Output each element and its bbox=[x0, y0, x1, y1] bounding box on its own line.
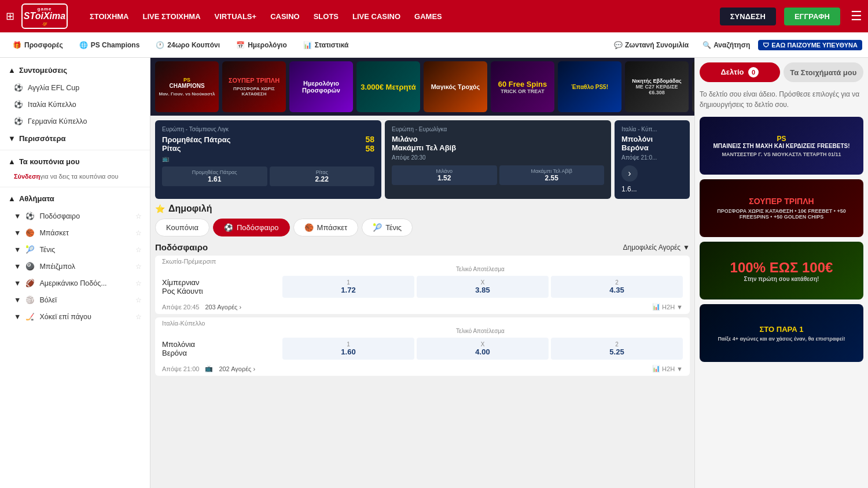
live-team2-2: Μακάμπι Τελ Αβίβ bbox=[392, 143, 456, 152]
promo-card-para1[interactable]: ΣΤΟ ΠΑΡΑ 1 Παίξε 4+ αγώνες και αν χάσεις… bbox=[700, 304, 863, 362]
nav-slots[interactable]: SLOTS bbox=[308, 9, 344, 24]
odd-val-1-2: 2.22 bbox=[315, 175, 329, 183]
promo-card-100[interactable]: 100% ΕΩΣ 100€ Στην πρώτη σου κατάθεση! bbox=[700, 242, 863, 300]
sidebar-item-american-football[interactable]: ▼ 🏈 Αμερικάνικο Ποδός... ☆ bbox=[0, 275, 150, 291]
sidebar-item-basketball[interactable]: ▼ 🏀 Μπάσκετ ☆ bbox=[0, 224, 150, 241]
live-match-2[interactable]: Ευρώπη - Ευρωλίγκα Μιλάνο Μακάμπι Τελ Αβ… bbox=[385, 120, 611, 199]
promo-card-ps[interactable]: PS ΜΠΑΙΝΕΙΣ ΣΤΗ ΜΑΧΗ ΚΑΙ ΚΕΡΔΙΖΕΙΣ FREEB… bbox=[700, 117, 863, 175]
shortcuts-section[interactable]: ▲ Συντομεύσεις bbox=[0, 61, 150, 79]
match-odd-1-1[interactable]: 1 1.72 bbox=[282, 276, 414, 298]
h2h-btn-2[interactable]: 📊 H2H ▼ bbox=[652, 365, 683, 372]
coupons-section[interactable]: ▲ Τα κουπόνια μου bbox=[0, 153, 150, 171]
markets-link-1[interactable]: 203 Αγορές › bbox=[205, 304, 241, 310]
nav-casino[interactable]: CASINO bbox=[264, 9, 306, 24]
nav-live-stoixima[interactable]: LIVE ΣΤΟΙΧΗΜΑ bbox=[137, 9, 207, 24]
match-odd-1-x[interactable]: Χ 3.85 bbox=[417, 276, 549, 298]
sidebar-item-germany-cup[interactable]: ⚽ Γερμανία Κύπελλο bbox=[0, 113, 150, 130]
sec-nav-calendar[interactable]: 📅 Ημερολόγιο bbox=[229, 39, 294, 51]
match-time-2: Απόψε 21:00 bbox=[162, 365, 199, 372]
fav-star-volleyball[interactable]: ☆ bbox=[135, 296, 142, 304]
live-odd-2-team1[interactable]: Μιλάνο 1.52 bbox=[392, 165, 497, 185]
banner-magic-wheel[interactable]: Μαγικός Τροχός bbox=[424, 61, 487, 112]
banner-ps-champions[interactable]: PS CHAMPIONS Μαν. Γιουν. vs Νιούκαστλ bbox=[155, 61, 219, 112]
sec-nav-stats[interactable]: 📊 Στατιστικά bbox=[296, 39, 356, 51]
nav-games[interactable]: GAMES bbox=[409, 9, 448, 24]
match-odd-2-2[interactable]: 2 5.25 bbox=[551, 338, 683, 360]
betslip-tab-active[interactable]: Δελτίο 0 bbox=[700, 62, 780, 82]
sec-nav-offers[interactable]: 🎁 Προσφορές bbox=[6, 39, 70, 51]
sidebar-item-tennis[interactable]: ▼ 🎾 Τένις ☆ bbox=[0, 241, 150, 258]
tab-basketball[interactable]: 🏀 Μπάσκετ bbox=[293, 219, 359, 236]
match-odd-2-1[interactable]: 1 1.60 bbox=[282, 338, 414, 360]
banner-super-triple[interactable]: ΣΟΥΠΕΡ ΤΡΙΠΛΗ ΠΡΟΣΦΟΡΑ ΧΩΡΙΣ ΚΑΤΑΘΕΣΗ bbox=[222, 61, 286, 112]
live-odd-2-team2[interactable]: Μακάμπι Τελ Αβίβ 2.55 bbox=[499, 165, 605, 185]
match-row-2: Ιταλία-Κύπελλο Τελικό Αποτέλεσμα Μπολόνι… bbox=[155, 317, 690, 376]
live-team1-2: Μιλάνο bbox=[392, 135, 456, 143]
nav-stoixima[interactable]: ΣΤΟΙΧΗΜΑ bbox=[84, 9, 135, 24]
logo[interactable]: game SToiXima .gr bbox=[21, 3, 68, 29]
fav-star-tennis[interactable]: ☆ bbox=[135, 246, 142, 254]
banner-ps5[interactable]: Έπαθλο PS5! bbox=[558, 61, 621, 112]
popular-title: Δημοφιλή bbox=[168, 204, 212, 214]
betslip-tab-my-bets[interactable]: Τα Στοιχήματά μου bbox=[784, 62, 864, 82]
popular-tab-bar: Κουπόνια ⚽ Ποδόσφαιρο 🏀 Μπάσκετ 🎾 Τένις bbox=[155, 219, 690, 236]
live-league-3: Ιταλία - Κύπ... bbox=[621, 126, 683, 132]
tab-soccer[interactable]: ⚽ Ποδόσφαιρο bbox=[213, 219, 290, 236]
athletics-section[interactable]: ▲ Αθλήματα bbox=[0, 190, 150, 208]
chevron-down-icon-soccer: ▼ bbox=[14, 212, 21, 220]
banner-free-spins[interactable]: 60 Free Spins TRICK OR TREAT bbox=[491, 61, 554, 112]
live-next-arrow[interactable]: › bbox=[621, 165, 638, 182]
login-button[interactable]: ΣΥΝΔΕΣΗ bbox=[720, 8, 776, 25]
live-matches-section: Ευρώπη - Τσάμπιονς Λιγκ Προμηθέας Πάτρας… bbox=[155, 120, 690, 199]
live-odd-1-team1[interactable]: Προμηθέας Πάτρας 1.61 bbox=[162, 167, 267, 186]
tennis-tab-icon: 🎾 bbox=[373, 223, 382, 232]
tab-tennis[interactable]: 🎾 Τένις bbox=[362, 219, 413, 236]
sec-nav-ps-champions[interactable]: 🌐 PS Champions bbox=[72, 39, 147, 51]
fav-star-icehockey[interactable]: ☆ bbox=[135, 313, 142, 321]
eao-badge[interactable]: 🛡 ΕΑΩ ΠΑΙΖΟΥΜΕ ΥΠΕΥΘΥΝΑ bbox=[758, 40, 862, 50]
live-match-3-partial[interactable]: Ιταλία - Κύπ... Μπολόνι Βερόνα Απόψε 21:… bbox=[615, 120, 690, 199]
sidebar-item-england-efl[interactable]: ⚽ Αγγλία EFL Cup bbox=[0, 79, 150, 96]
sidebar-item-italy-cup[interactable]: ⚽ Ιταλία Κύπελλο bbox=[0, 96, 150, 113]
live-match-1[interactable]: Ευρώπη - Τσάμπιονς Λιγκ Προμηθέας Πάτρας… bbox=[155, 120, 381, 199]
sidebar-item-soccer[interactable]: ▼ ⚽ Ποδόσφαιρο ☆ bbox=[0, 208, 150, 224]
banner-calendar[interactable]: Ημερολόγιο Προσφορών bbox=[289, 61, 353, 112]
h2h-btn-1[interactable]: 📊 H2H ▼ bbox=[652, 303, 683, 310]
banner-winner[interactable]: Νικητής Εβδομάδας ΜΕ C27 ΚΕΡΔΙΣΕ €6.308 bbox=[625, 61, 689, 112]
fav-star-basketball[interactable]: ☆ bbox=[135, 229, 142, 237]
match-odd-1-2[interactable]: 2 4.35 bbox=[551, 276, 683, 298]
match-league-2: Ιταλία-Κύπελλο bbox=[155, 317, 690, 327]
nav-live-casino[interactable]: LIVE CASINO bbox=[347, 9, 406, 24]
sidebar-item-ice-hockey[interactable]: ▼ 🏒 Χόκεϊ επί πάγου ☆ bbox=[0, 308, 150, 325]
fav-star-baseball[interactable]: ☆ bbox=[135, 263, 142, 271]
more-section[interactable]: ▼ Περισσότερα bbox=[0, 130, 150, 147]
rh-labels-1: Τελικό Αποτέλεσμα bbox=[278, 266, 683, 272]
grid-icon[interactable]: ⊞ bbox=[6, 10, 14, 23]
banner-3000[interactable]: 3.000€ Μετρητά bbox=[356, 61, 420, 112]
nav-virtuals[interactable]: VIRTUALS+ bbox=[209, 9, 263, 24]
markets-link-2[interactable]: 202 Αγορές › bbox=[219, 365, 255, 372]
live-odd-1-team2[interactable]: Ρίτας 2.22 bbox=[270, 167, 375, 186]
sidebar-item-volleyball[interactable]: ▼ 🏐 Βόλεϊ ☆ bbox=[0, 291, 150, 308]
sidebar-item-baseball[interactable]: ▼ 🎱 Μπέιζμπολ ☆ bbox=[0, 258, 150, 275]
banner-pragmatic[interactable]: Pragmatic Buy Bonus bbox=[692, 61, 694, 112]
live-chat-btn[interactable]: 💬 Ζωντανή Συνομιλία bbox=[608, 39, 694, 51]
sidebar-label-germany: Γερμανία Κύπελλο bbox=[28, 117, 87, 125]
promo-card-triple[interactable]: ΣΟΥΠΕΡ ΤΡΙΠΛΗ ΠΡΟΣΦΟΡΑ ΧΩΡΙΣ ΚΑΤΑΘΕΣΗ • … bbox=[700, 179, 863, 237]
fav-star-amfootball[interactable]: ☆ bbox=[135, 279, 142, 287]
popular-markets-btn[interactable]: Δημοφιλείς Αγορές ▼ bbox=[623, 243, 690, 252]
sec-nav-24h-coupon[interactable]: 🕐 24ωρο Κουπόνι bbox=[149, 39, 227, 51]
register-button[interactable]: ΕΓΓΡΑΦΗ bbox=[784, 8, 840, 25]
amfootball-sport-icon: 🏈 bbox=[25, 279, 35, 287]
fav-star-soccer[interactable]: ☆ bbox=[135, 212, 142, 220]
tab-coupons[interactable]: Κουπόνια bbox=[155, 219, 209, 236]
odd-val-m2-x: 4.00 bbox=[475, 347, 490, 356]
login-link[interactable]: Σύνδεση bbox=[14, 173, 40, 180]
promo-img-ps: PS ΜΠΑΙΝΕΙΣ ΣΤΗ ΜΑΧΗ ΚΑΙ ΚΕΡΔΙΖΕΙΣ FREEB… bbox=[700, 117, 863, 175]
hamburger-icon[interactable]: ☰ bbox=[851, 9, 862, 24]
search-btn[interactable]: 🔍 Αναζήτηση bbox=[697, 39, 756, 51]
odd-val-m1-1: 1.72 bbox=[341, 286, 355, 294]
partial-odd: 1.6... bbox=[621, 185, 683, 193]
banner-sub-triple: ΠΡΟΣΦΟΡΑ ΧΩΡΙΣ ΚΑΤΑΘΕΣΗ bbox=[225, 86, 284, 97]
match-odd-2-x[interactable]: Χ 4.00 bbox=[417, 338, 549, 360]
